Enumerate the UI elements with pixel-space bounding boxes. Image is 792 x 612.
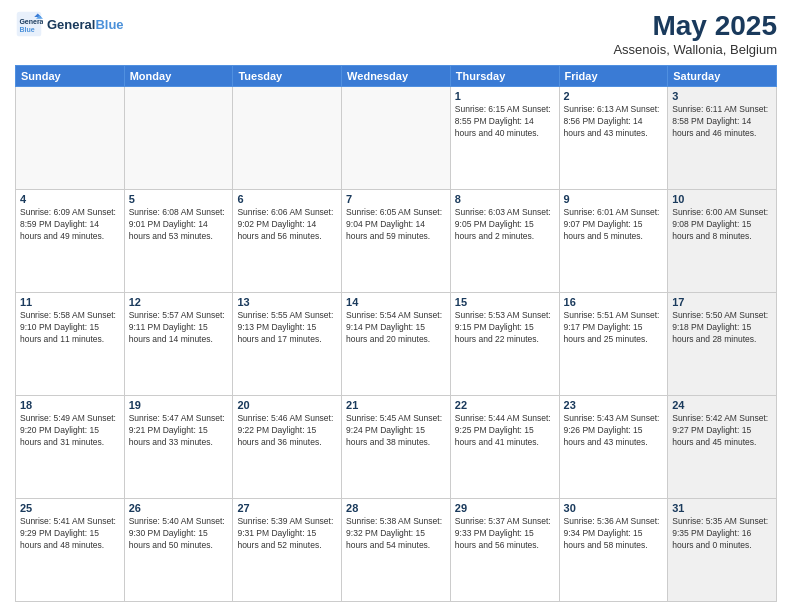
day-info: Sunrise: 5:47 AM Sunset: 9:21 PM Dayligh… bbox=[129, 413, 229, 449]
day-number: 14 bbox=[346, 296, 446, 308]
day-info: Sunrise: 6:08 AM Sunset: 9:01 PM Dayligh… bbox=[129, 207, 229, 243]
title-block: May 2025 Assenois, Wallonia, Belgium bbox=[613, 10, 777, 57]
calendar-cell-w3-d3: 13Sunrise: 5:55 AM Sunset: 9:13 PM Dayli… bbox=[233, 293, 342, 396]
day-number: 17 bbox=[672, 296, 772, 308]
day-info: Sunrise: 5:51 AM Sunset: 9:17 PM Dayligh… bbox=[564, 310, 664, 346]
calendar-cell-w4-d7: 24Sunrise: 5:42 AM Sunset: 9:27 PM Dayli… bbox=[668, 396, 777, 499]
day-info: Sunrise: 5:36 AM Sunset: 9:34 PM Dayligh… bbox=[564, 516, 664, 552]
day-info: Sunrise: 5:55 AM Sunset: 9:13 PM Dayligh… bbox=[237, 310, 337, 346]
day-info: Sunrise: 6:05 AM Sunset: 9:04 PM Dayligh… bbox=[346, 207, 446, 243]
calendar-cell-w3-d6: 16Sunrise: 5:51 AM Sunset: 9:17 PM Dayli… bbox=[559, 293, 668, 396]
calendar-cell-w2-d4: 7Sunrise: 6:05 AM Sunset: 9:04 PM Daylig… bbox=[342, 190, 451, 293]
day-info: Sunrise: 6:01 AM Sunset: 9:07 PM Dayligh… bbox=[564, 207, 664, 243]
calendar-cell-w5-d7: 31Sunrise: 5:35 AM Sunset: 9:35 PM Dayli… bbox=[668, 499, 777, 602]
day-number: 27 bbox=[237, 502, 337, 514]
day-number: 22 bbox=[455, 399, 555, 411]
calendar-cell-w2-d6: 9Sunrise: 6:01 AM Sunset: 9:07 PM Daylig… bbox=[559, 190, 668, 293]
calendar-cell-w1-d2 bbox=[124, 87, 233, 190]
week-row-1: 1Sunrise: 6:15 AM Sunset: 8:55 PM Daylig… bbox=[16, 87, 777, 190]
header-thursday: Thursday bbox=[450, 66, 559, 87]
header-friday: Friday bbox=[559, 66, 668, 87]
day-info: Sunrise: 6:00 AM Sunset: 9:08 PM Dayligh… bbox=[672, 207, 772, 243]
day-info: Sunrise: 5:53 AM Sunset: 9:15 PM Dayligh… bbox=[455, 310, 555, 346]
day-number: 10 bbox=[672, 193, 772, 205]
day-info: Sunrise: 6:13 AM Sunset: 8:56 PM Dayligh… bbox=[564, 104, 664, 140]
day-info: Sunrise: 5:43 AM Sunset: 9:26 PM Dayligh… bbox=[564, 413, 664, 449]
calendar-cell-w5-d4: 28Sunrise: 5:38 AM Sunset: 9:32 PM Dayli… bbox=[342, 499, 451, 602]
day-number: 28 bbox=[346, 502, 446, 514]
logo-icon: General Blue bbox=[15, 10, 43, 38]
day-info: Sunrise: 5:50 AM Sunset: 9:18 PM Dayligh… bbox=[672, 310, 772, 346]
calendar-cell-w4-d5: 22Sunrise: 5:44 AM Sunset: 9:25 PM Dayli… bbox=[450, 396, 559, 499]
calendar-cell-w5-d5: 29Sunrise: 5:37 AM Sunset: 9:33 PM Dayli… bbox=[450, 499, 559, 602]
calendar-cell-w1-d4 bbox=[342, 87, 451, 190]
day-number: 7 bbox=[346, 193, 446, 205]
day-info: Sunrise: 5:58 AM Sunset: 9:10 PM Dayligh… bbox=[20, 310, 120, 346]
day-info: Sunrise: 5:45 AM Sunset: 9:24 PM Dayligh… bbox=[346, 413, 446, 449]
day-info: Sunrise: 5:40 AM Sunset: 9:30 PM Dayligh… bbox=[129, 516, 229, 552]
day-number: 19 bbox=[129, 399, 229, 411]
day-number: 15 bbox=[455, 296, 555, 308]
day-info: Sunrise: 5:37 AM Sunset: 9:33 PM Dayligh… bbox=[455, 516, 555, 552]
week-row-5: 25Sunrise: 5:41 AM Sunset: 9:29 PM Dayli… bbox=[16, 499, 777, 602]
day-info: Sunrise: 5:46 AM Sunset: 9:22 PM Dayligh… bbox=[237, 413, 337, 449]
calendar-cell-w2-d2: 5Sunrise: 6:08 AM Sunset: 9:01 PM Daylig… bbox=[124, 190, 233, 293]
calendar-cell-w1-d3 bbox=[233, 87, 342, 190]
calendar-cell-w3-d4: 14Sunrise: 5:54 AM Sunset: 9:14 PM Dayli… bbox=[342, 293, 451, 396]
calendar-cell-w2-d5: 8Sunrise: 6:03 AM Sunset: 9:05 PM Daylig… bbox=[450, 190, 559, 293]
calendar-cell-w2-d3: 6Sunrise: 6:06 AM Sunset: 9:02 PM Daylig… bbox=[233, 190, 342, 293]
day-number: 31 bbox=[672, 502, 772, 514]
day-number: 12 bbox=[129, 296, 229, 308]
calendar-cell-w1-d7: 3Sunrise: 6:11 AM Sunset: 8:58 PM Daylig… bbox=[668, 87, 777, 190]
calendar-cell-w2-d7: 10Sunrise: 6:00 AM Sunset: 9:08 PM Dayli… bbox=[668, 190, 777, 293]
day-info: Sunrise: 5:38 AM Sunset: 9:32 PM Dayligh… bbox=[346, 516, 446, 552]
calendar-cell-w1-d1 bbox=[16, 87, 125, 190]
logo-text: GeneralBlue bbox=[47, 17, 124, 32]
day-number: 25 bbox=[20, 502, 120, 514]
day-number: 1 bbox=[455, 90, 555, 102]
calendar-cell-w4-d3: 20Sunrise: 5:46 AM Sunset: 9:22 PM Dayli… bbox=[233, 396, 342, 499]
calendar-cell-w4-d2: 19Sunrise: 5:47 AM Sunset: 9:21 PM Dayli… bbox=[124, 396, 233, 499]
day-info: Sunrise: 5:57 AM Sunset: 9:11 PM Dayligh… bbox=[129, 310, 229, 346]
day-number: 26 bbox=[129, 502, 229, 514]
calendar-cell-w4-d4: 21Sunrise: 5:45 AM Sunset: 9:24 PM Dayli… bbox=[342, 396, 451, 499]
day-info: Sunrise: 6:09 AM Sunset: 8:59 PM Dayligh… bbox=[20, 207, 120, 243]
day-info: Sunrise: 6:06 AM Sunset: 9:02 PM Dayligh… bbox=[237, 207, 337, 243]
day-number: 18 bbox=[20, 399, 120, 411]
week-row-3: 11Sunrise: 5:58 AM Sunset: 9:10 PM Dayli… bbox=[16, 293, 777, 396]
calendar-cell-w4-d6: 23Sunrise: 5:43 AM Sunset: 9:26 PM Dayli… bbox=[559, 396, 668, 499]
calendar-cell-w5-d2: 26Sunrise: 5:40 AM Sunset: 9:30 PM Dayli… bbox=[124, 499, 233, 602]
day-number: 13 bbox=[237, 296, 337, 308]
day-info: Sunrise: 5:42 AM Sunset: 9:27 PM Dayligh… bbox=[672, 413, 772, 449]
day-info: Sunrise: 5:49 AM Sunset: 9:20 PM Dayligh… bbox=[20, 413, 120, 449]
day-number: 21 bbox=[346, 399, 446, 411]
day-number: 29 bbox=[455, 502, 555, 514]
day-number: 5 bbox=[129, 193, 229, 205]
day-number: 8 bbox=[455, 193, 555, 205]
header-tuesday: Tuesday bbox=[233, 66, 342, 87]
calendar-cell-w5-d3: 27Sunrise: 5:39 AM Sunset: 9:31 PM Dayli… bbox=[233, 499, 342, 602]
page: General Blue GeneralBlue May 2025 Asseno… bbox=[0, 0, 792, 612]
day-number: 4 bbox=[20, 193, 120, 205]
day-info: Sunrise: 5:35 AM Sunset: 9:35 PM Dayligh… bbox=[672, 516, 772, 552]
calendar-cell-w5-d6: 30Sunrise: 5:36 AM Sunset: 9:34 PM Dayli… bbox=[559, 499, 668, 602]
calendar-cell-w3-d5: 15Sunrise: 5:53 AM Sunset: 9:15 PM Dayli… bbox=[450, 293, 559, 396]
logo: General Blue GeneralBlue bbox=[15, 10, 124, 38]
day-number: 11 bbox=[20, 296, 120, 308]
day-number: 23 bbox=[564, 399, 664, 411]
day-info: Sunrise: 5:54 AM Sunset: 9:14 PM Dayligh… bbox=[346, 310, 446, 346]
week-row-4: 18Sunrise: 5:49 AM Sunset: 9:20 PM Dayli… bbox=[16, 396, 777, 499]
header-saturday: Saturday bbox=[668, 66, 777, 87]
weekday-header-row: Sunday Monday Tuesday Wednesday Thursday… bbox=[16, 66, 777, 87]
day-info: Sunrise: 6:15 AM Sunset: 8:55 PM Dayligh… bbox=[455, 104, 555, 140]
day-number: 3 bbox=[672, 90, 772, 102]
calendar-cell-w1-d5: 1Sunrise: 6:15 AM Sunset: 8:55 PM Daylig… bbox=[450, 87, 559, 190]
day-number: 24 bbox=[672, 399, 772, 411]
calendar-cell-w3-d1: 11Sunrise: 5:58 AM Sunset: 9:10 PM Dayli… bbox=[16, 293, 125, 396]
header-sunday: Sunday bbox=[16, 66, 125, 87]
day-number: 6 bbox=[237, 193, 337, 205]
header-monday: Monday bbox=[124, 66, 233, 87]
calendar-cell-w4-d1: 18Sunrise: 5:49 AM Sunset: 9:20 PM Dayli… bbox=[16, 396, 125, 499]
calendar-cell-w1-d6: 2Sunrise: 6:13 AM Sunset: 8:56 PM Daylig… bbox=[559, 87, 668, 190]
calendar-cell-w5-d1: 25Sunrise: 5:41 AM Sunset: 9:29 PM Dayli… bbox=[16, 499, 125, 602]
